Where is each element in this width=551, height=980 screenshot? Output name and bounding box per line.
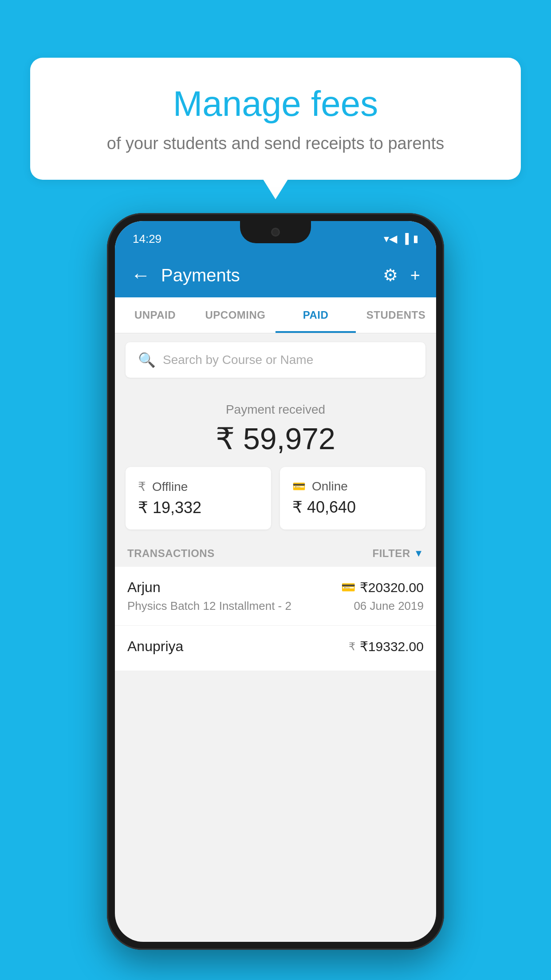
payment-summary: Payment received ₹ 59,972 — [115, 387, 436, 467]
search-input[interactable]: Search by Course or Name — [163, 353, 313, 367]
offline-card: ₹ Offline ₹ 19,332 — [126, 467, 271, 530]
bubble-title: Manage fees — [66, 84, 485, 123]
payment-amount: ₹ 59,972 — [126, 421, 425, 456]
student-name-2: Anupriya — [127, 638, 183, 655]
phone-mockup: 14:29 ▾◀ ▐ ▮ ← Payments ⚙ + UNPAID UPC — [107, 213, 444, 950]
transaction-top-2: Anupriya ₹ ₹19332.00 — [127, 638, 424, 655]
payment-icon-2: ₹ — [349, 640, 355, 653]
tab-unpaid[interactable]: UNPAID — [115, 297, 195, 333]
speech-bubble: Manage fees of your students and send re… — [30, 58, 521, 180]
tabs-bar: UNPAID UPCOMING PAID STUDENTS — [115, 297, 436, 333]
search-bar[interactable]: 🔍 Search by Course or Name — [126, 342, 425, 378]
tx-date-1: 06 June 2019 — [354, 599, 424, 613]
bubble-subtitle: of your students and send receipts to pa… — [66, 134, 485, 153]
notch — [240, 221, 311, 243]
wifi-icon: ▾◀ — [384, 233, 397, 245]
status-time: 14:29 — [133, 232, 161, 246]
payment-cards: ₹ Offline ₹ 19,332 💳 Online ₹ 40,640 — [115, 467, 436, 540]
online-label: Online — [312, 479, 348, 494]
online-card-header: 💳 Online — [292, 479, 413, 494]
filter-button[interactable]: FILTER ▼ — [373, 547, 424, 560]
battery-icon: ▮ — [413, 233, 418, 245]
online-amount: ₹ 40,640 — [292, 498, 413, 517]
signal-icon: ▐ — [401, 233, 409, 245]
tx-amount-1: ₹20320.00 — [360, 580, 424, 595]
payment-label: Payment received — [126, 403, 425, 417]
transactions-label: TRANSACTIONS — [127, 547, 215, 560]
transaction-row: Arjun 💳 ₹20320.00 Physics Batch 12 Insta… — [115, 567, 436, 626]
tab-students[interactable]: STUDENTS — [356, 297, 436, 333]
camera-dot — [271, 228, 280, 237]
offline-label: Offline — [152, 480, 188, 494]
speech-bubble-container: Manage fees of your students and send re… — [30, 58, 521, 180]
offline-card-header: ₹ Offline — [138, 479, 259, 494]
phone-screen: 14:29 ▾◀ ▐ ▮ ← Payments ⚙ + UNPAID UPC — [115, 221, 436, 942]
transaction-top-1: Arjun 💳 ₹20320.00 — [127, 579, 424, 596]
status-icons: ▾◀ ▐ ▮ — [384, 233, 418, 245]
add-button[interactable]: + — [410, 266, 420, 285]
tab-upcoming[interactable]: UPCOMING — [195, 297, 276, 333]
tab-paid[interactable]: PAID — [276, 297, 356, 333]
student-name-1: Arjun — [127, 579, 161, 596]
tx-amount-2: ₹19332.00 — [360, 639, 424, 654]
transactions-header: TRANSACTIONS FILTER ▼ — [115, 540, 436, 567]
online-icon: 💳 — [292, 480, 306, 493]
transaction-right-2: ₹ ₹19332.00 — [349, 639, 424, 654]
filter-label: FILTER — [373, 547, 410, 560]
back-button[interactable]: ← — [131, 265, 150, 285]
filter-icon: ▼ — [414, 548, 424, 559]
transaction-right-1: 💳 ₹20320.00 — [341, 580, 424, 595]
app-bar-icons: ⚙ + — [383, 265, 420, 285]
offline-icon: ₹ — [138, 479, 146, 494]
app-bar: ← Payments ⚙ + — [115, 253, 436, 297]
transaction-bottom-1: Physics Batch 12 Installment - 2 06 June… — [127, 599, 424, 613]
offline-amount: ₹ 19,332 — [138, 498, 259, 517]
content-area: 🔍 Search by Course or Name Payment recei… — [115, 333, 436, 671]
search-icon: 🔍 — [138, 352, 156, 368]
settings-button[interactable]: ⚙ — [383, 265, 398, 285]
course-label-1: Physics Batch 12 Installment - 2 — [127, 599, 291, 613]
online-card: 💳 Online ₹ 40,640 — [280, 467, 425, 530]
app-bar-title: Payments — [161, 265, 372, 285]
transaction-row-2: Anupriya ₹ ₹19332.00 — [115, 626, 436, 671]
phone-outer: 14:29 ▾◀ ▐ ▮ ← Payments ⚙ + UNPAID UPC — [107, 213, 444, 950]
payment-icon-1: 💳 — [341, 581, 355, 594]
